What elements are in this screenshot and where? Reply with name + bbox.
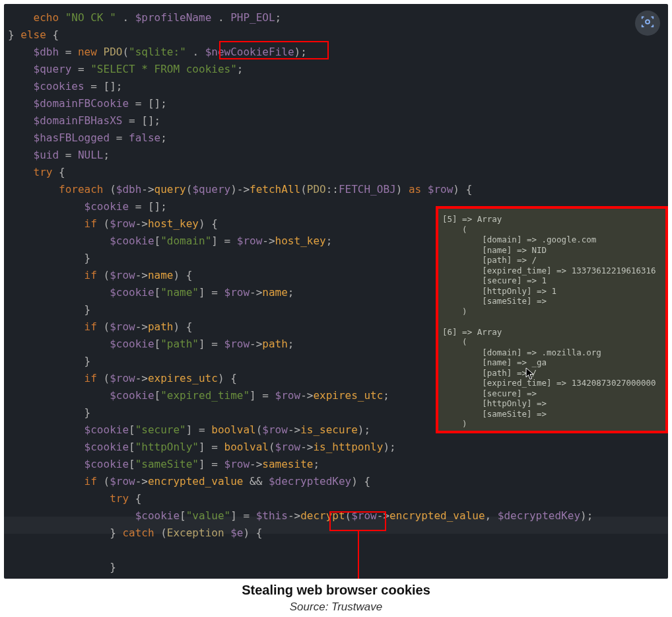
array-dump-overlay: [5] => Array ( [domain] => .google.com [… [436, 206, 668, 433]
caption-source: Source: Trustwave [0, 600, 672, 614]
code-screenshot: echo "NO CK " . $profileName . PHP_EOL; … [4, 4, 668, 579]
array-entry-5: [5] => Array ( [domain] => .google.com [… [442, 214, 656, 316]
caption-title: Stealing web browser cookies [0, 583, 672, 598]
lens-search-button[interactable] [635, 11, 660, 36]
svg-point-0 [646, 20, 650, 24]
array-entry-6: [6] => Array ( [domain] => .mozilla.org … [442, 327, 656, 429]
figure-caption: Stealing web browser cookies Source: Tru… [0, 583, 672, 614]
lens-icon [640, 15, 655, 32]
